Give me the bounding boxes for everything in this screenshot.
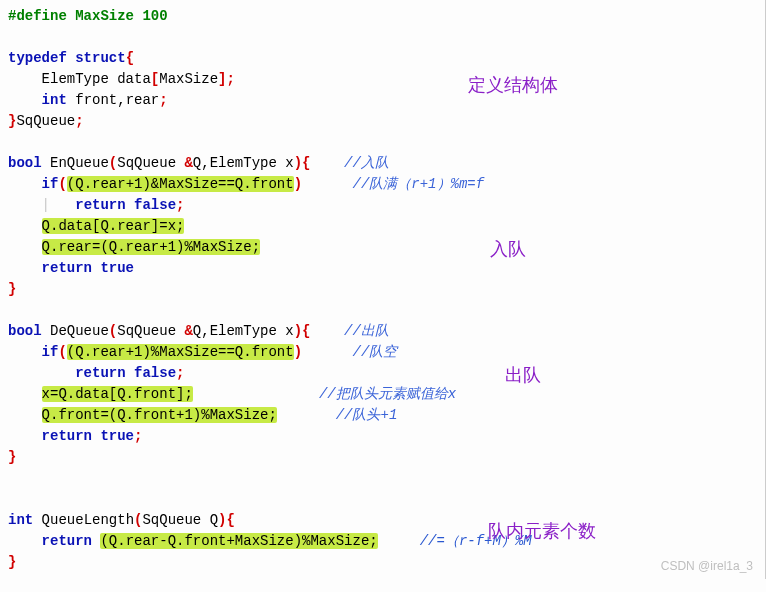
code-line: } [8,552,757,573]
param: SqQueue Q [142,512,218,528]
code-line: Q.rear=(Q.rear+1)%MaxSize; [8,237,757,258]
keyword-int: int [8,512,33,528]
brace: } [8,281,16,297]
semicolon: ; [134,428,142,444]
bracket: [ [151,71,159,87]
expr-hl: (Q.rear-Q.front+MaxSize)%MaxSize; [100,533,377,549]
keyword-return: return false [75,197,176,213]
paren: ) [294,176,302,192]
keyword-return: return true [42,428,134,444]
code-line: } [8,447,757,468]
field-front-rear: front,rear [67,92,159,108]
semicolon: ; [159,92,167,108]
semicolon: ; [226,71,234,87]
param: Q,ElemType x [193,323,294,339]
stmt-hl: x=Q.data[Q.front]; [42,386,193,402]
annotation-struct: 定义结构体 [468,72,558,99]
paren: ( [109,155,117,171]
func-dequeue: DeQueue [42,323,109,339]
annotation-enqueue: 入队 [490,236,526,263]
comment: //队满（r+1）%m=f [353,176,485,192]
code-line: }SqQueue; [8,111,757,132]
comment: //入队 [344,155,389,171]
brace: } [8,449,16,465]
blank-line [8,489,757,510]
struct-name: SqQueue [16,113,75,129]
stmt-hl: Q.front=(Q.front+1)%MaxSize; [42,407,277,423]
semicolon: ; [75,113,83,129]
paren: ){ [218,512,235,528]
cond-hl: (Q.rear+1)%MaxSize==Q.front [67,344,294,360]
func-enqueue: EnQueue [42,155,109,171]
code-line: typedef struct{ [8,48,757,69]
paren: ( [58,176,66,192]
param: Q,ElemType x [193,155,294,171]
stmt-hl: Q.rear=(Q.rear+1)%MaxSize; [42,239,260,255]
keyword-bool: bool [8,323,42,339]
code-line: Q.data[Q.rear]=x; [8,216,757,237]
blank-line [8,300,757,321]
code-line: x=Q.data[Q.front]; //把队头元素赋值给x [8,384,757,405]
keyword-return: return [42,533,92,549]
keyword-typedef: typedef struct [8,50,126,66]
amp: & [184,323,192,339]
blank-line [8,468,757,489]
paren: ( [109,323,117,339]
code-line: int QueueLength(SqQueue Q){ [8,510,757,531]
annotation-length: 队内元素个数 [488,518,596,545]
code-line: return true [8,258,757,279]
keyword-bool: bool [8,155,42,171]
comment: //把队头元素赋值给x [319,386,456,402]
indent-guide: | [42,197,50,213]
code-line: } [8,279,757,300]
brace: { [126,50,134,66]
paren: ( [58,344,66,360]
semicolon: ; [176,365,184,381]
keyword-return: return false [75,365,176,381]
annotation-dequeue: 出队 [505,362,541,389]
comment: //出队 [344,323,389,339]
func-length: QueueLength [33,512,134,528]
keyword-if: if [42,176,59,192]
code-line: | return false; [8,195,757,216]
stmt-hl: Q.data[Q.rear]=x; [42,218,185,234]
paren: ){ [294,155,311,171]
code-line: return false; [8,363,757,384]
code-line: return (Q.rear-Q.front+MaxSize)%MaxSize;… [8,531,757,552]
field-elem: ElemType data [42,71,151,87]
code-line: return true; [8,426,757,447]
comment: //队空 [353,344,398,360]
paren: ) [294,344,302,360]
comment: //队头+1 [336,407,398,423]
blank-line [8,27,757,48]
brace: } [8,554,16,570]
semicolon: ; [176,197,184,213]
cond-hl: (Q.rear+1)&MaxSize==Q.front [67,176,294,192]
keyword-if: if [42,344,59,360]
code-line: Q.front=(Q.front+1)%MaxSize; //队头+1 [8,405,757,426]
amp: & [184,155,192,171]
blank-line [8,132,757,153]
code-line: if((Q.rear+1)&MaxSize==Q.front) //队满（r+1… [8,174,757,195]
param: SqQueue [117,323,184,339]
code-line: ElemType data[MaxSize]; [8,69,757,90]
param: SqQueue [117,155,184,171]
paren: ){ [294,323,311,339]
code-line: bool EnQueue(SqQueue &Q,ElemType x){ //入… [8,153,757,174]
keyword-return: return true [42,260,134,276]
keyword-int: int [42,92,67,108]
preprocessor: #define MaxSize 100 [8,8,168,24]
code-line: if((Q.rear+1)%MaxSize==Q.front) //队空 [8,342,757,363]
code-line: #define MaxSize 100 [8,6,757,27]
watermark: CSDN @irel1a_3 [661,557,753,575]
code-line: bool DeQueue(SqQueue &Q,ElemType x){ //出… [8,321,757,342]
code-line: int front,rear; [8,90,757,111]
field-size: MaxSize [159,71,218,87]
